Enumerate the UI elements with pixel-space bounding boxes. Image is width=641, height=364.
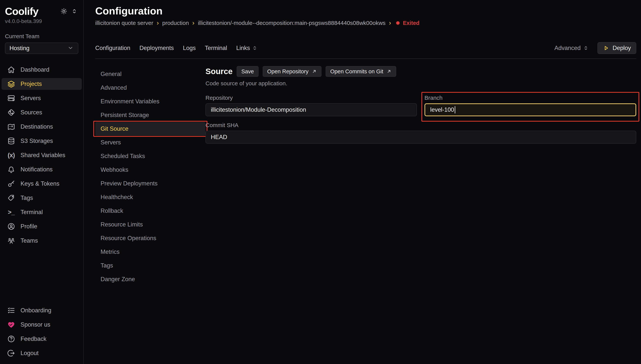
open-repository-button[interactable]: Open Repository [263, 66, 322, 77]
sidebar-item-s3-storages[interactable]: S3 Storages [2, 135, 82, 147]
home-icon [7, 65, 16, 74]
sidebar-item-profile[interactable]: Profile [2, 220, 82, 232]
breadcrumb-chevron-icon: › [157, 20, 159, 26]
repository-input[interactable]: illicitestonion/Module-Decomposition [206, 103, 417, 116]
tab-configuration[interactable]: Configuration [95, 45, 130, 52]
branch-input[interactable]: level-100 [424, 103, 636, 116]
sidebar-item-tags[interactable]: Tags [2, 192, 82, 204]
tab-bar: Configuration Deployments Logs Terminal … [95, 42, 636, 54]
sidebar-item-destinations[interactable]: Destinations [2, 121, 82, 132]
key-icon [7, 179, 16, 188]
sidebar-item-logout[interactable]: Logout [2, 347, 82, 359]
variable-icon: (x) [7, 151, 16, 160]
play-icon [603, 45, 609, 51]
sidebar-item-notifications[interactable]: Notifications [2, 164, 82, 175]
git-source-icon [7, 108, 16, 117]
logout-icon [7, 349, 16, 358]
subnav-resource-operations[interactable]: Resource Operations [95, 232, 206, 245]
subnav-metrics[interactable]: Metrics [95, 245, 206, 259]
tag-icon [7, 194, 16, 202]
deploy-button[interactable]: Deploy [597, 42, 636, 54]
main-panel: Configuration illicitonion quote server … [84, 0, 641, 364]
subnav-persistent-storage[interactable]: Persistent Storage [95, 108, 206, 122]
app-root: Coolify v4.0.0-beta.399 Current Team Hos… [0, 0, 641, 364]
chevron-up-down-icon [252, 45, 258, 51]
sidebar-item-shared-variables[interactable]: (x) Shared Variables [2, 149, 82, 161]
user-icon [7, 222, 16, 231]
subnav-general[interactable]: General [95, 67, 206, 81]
breadcrumb-environment[interactable]: production [162, 20, 189, 26]
help-circle-icon [7, 334, 16, 343]
sidebar-item-sponsor-us[interactable]: Sponsor us [2, 319, 82, 330]
breadcrumb-project[interactable]: illicitonion quote server [95, 20, 153, 26]
subnav-servers[interactable]: Servers [95, 136, 206, 149]
section-description: Code source of your application. [206, 80, 636, 87]
subnav-advanced[interactable]: Advanced [95, 81, 206, 94]
tab-logs[interactable]: Logs [183, 45, 196, 52]
status-badge: Exited [396, 20, 419, 26]
checklist-icon [7, 306, 16, 315]
chevron-down-icon [67, 45, 74, 52]
tab-links[interactable]: Links [236, 45, 258, 52]
page-title: Configuration [95, 5, 636, 17]
subnav-preview-deployments[interactable]: Preview Deployments [95, 177, 206, 190]
chevron-up-down-icon [583, 45, 589, 51]
open-commits-button[interactable]: Open Commits on Git [326, 66, 396, 77]
subnav-environment-variables[interactable]: Environment Variables [95, 94, 206, 108]
sidebar-item-keys-tokens[interactable]: Keys & Tokens [2, 178, 82, 190]
breadcrumb-chevron-icon: › [192, 20, 195, 26]
subnav-scheduled-tasks[interactable]: Scheduled Tasks [95, 149, 206, 163]
external-link-icon [312, 69, 317, 74]
tab-terminal[interactable]: Terminal [205, 45, 227, 52]
sidebar-item-sources[interactable]: Sources [2, 106, 82, 118]
sidebar-item-servers[interactable]: Servers [2, 92, 82, 104]
status-text: Exited [403, 20, 419, 26]
commit-sha-input[interactable]: HEAD [206, 131, 636, 144]
sidebar-item-terminal[interactable]: >_ Terminal [2, 206, 82, 218]
tab-deployments[interactable]: Deployments [139, 45, 174, 52]
server-icon [7, 94, 16, 102]
database-icon [7, 136, 16, 145]
status-dot-icon [396, 21, 400, 25]
subnav-git-source[interactable]: Git Source [95, 122, 206, 136]
team-selector[interactable]: Hosting [5, 42, 78, 54]
section-title: Source [206, 67, 233, 76]
sidebar-item-dashboard[interactable]: Dashboard [2, 64, 82, 76]
breadcrumb-application[interactable]: illicitestonion/-module--decomposition:m… [198, 20, 385, 26]
subnav-healthcheck[interactable]: Healthcheck [95, 190, 206, 204]
external-link-icon [386, 69, 392, 74]
repository-label: Repository [206, 94, 417, 101]
breadcrumb: illicitonion quote server › production ›… [95, 20, 636, 26]
theme-sun-icon[interactable] [60, 8, 68, 15]
bell-icon [7, 165, 16, 174]
map-icon [7, 122, 16, 131]
advanced-menu-button[interactable]: Advanced [553, 44, 590, 52]
configuration-content: General Advanced Environment Variables P… [95, 59, 636, 364]
subnav-tags[interactable]: Tags [95, 259, 206, 272]
app-logo[interactable]: Coolify [5, 5, 39, 17]
git-source-form: Source Save Open Repository Open Commits… [206, 66, 636, 364]
subnav-resource-limits[interactable]: Resource Limits [95, 218, 206, 232]
sidebar-footer-nav: Onboarding Sponsor us Feedback Logout [0, 304, 83, 360]
team-selector-value: Hosting [10, 45, 30, 52]
sidebar-item-onboarding[interactable]: Onboarding [2, 304, 82, 316]
breadcrumb-chevron-icon: › [389, 20, 391, 26]
subnav-webhooks[interactable]: Webhooks [95, 163, 206, 177]
sidebar-header: Coolify [0, 5, 83, 17]
heart-icon [7, 320, 16, 329]
text-cursor [455, 106, 455, 114]
branch-label: Branch [424, 94, 636, 101]
current-team-label: Current Team [0, 24, 83, 40]
theme-selector-chevron-icon[interactable] [71, 8, 78, 14]
terminal-icon: >_ [7, 208, 16, 216]
layers-icon [7, 80, 16, 88]
users-icon [7, 236, 16, 245]
sidebar-nav: Dashboard Projects Servers Sources Desti… [0, 64, 83, 246]
save-button[interactable]: Save [237, 66, 258, 77]
sidebar-item-feedback[interactable]: Feedback [2, 333, 82, 345]
subnav-rollback[interactable]: Rollback [95, 204, 206, 218]
sidebar-item-projects[interactable]: Projects [2, 78, 82, 90]
sidebar: Coolify v4.0.0-beta.399 Current Team Hos… [0, 0, 84, 364]
sidebar-item-teams[interactable]: Teams [2, 235, 82, 246]
subnav-danger-zone[interactable]: Danger Zone [95, 272, 206, 286]
